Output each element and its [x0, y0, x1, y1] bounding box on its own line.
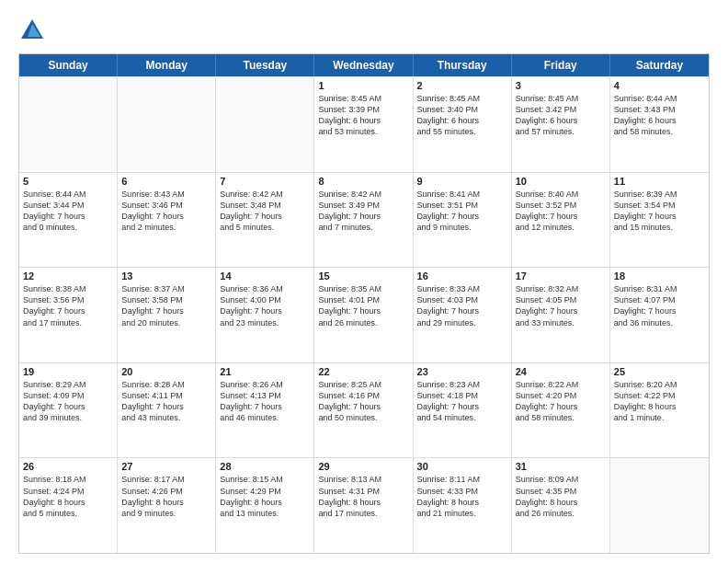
day-info: Sunrise: 8:17 AM Sunset: 4:26 PM Dayligh…	[121, 474, 211, 519]
day-number: 3	[516, 80, 606, 91]
day-number: 16	[417, 270, 507, 282]
day-number: 18	[614, 270, 705, 282]
day-info: Sunrise: 8:23 AM Sunset: 4:18 PM Dayligh…	[417, 379, 507, 424]
day-info: Sunrise: 8:18 AM Sunset: 4:24 PM Dayligh…	[23, 474, 113, 519]
calendar-cell: 11Sunrise: 8:39 AM Sunset: 3:54 PM Dayli…	[610, 173, 709, 268]
day-number: 11	[614, 176, 705, 187]
calendar-body: 1Sunrise: 8:45 AM Sunset: 3:39 PM Daylig…	[19, 76, 709, 553]
calendar-cell	[610, 458, 709, 553]
day-info: Sunrise: 8:32 AM Sunset: 4:05 PM Dayligh…	[516, 283, 606, 328]
calendar-cell: 21Sunrise: 8:26 AM Sunset: 4:13 PM Dayli…	[216, 363, 314, 458]
day-number: 5	[23, 176, 113, 187]
calendar-cell	[19, 77, 118, 172]
calendar-header-cell: Tuesday	[216, 54, 314, 76]
calendar-cell: 19Sunrise: 8:29 AM Sunset: 4:09 PM Dayli…	[19, 363, 118, 458]
day-info: Sunrise: 8:31 AM Sunset: 4:07 PM Dayligh…	[614, 283, 705, 328]
day-info: Sunrise: 8:35 AM Sunset: 4:01 PM Dayligh…	[318, 283, 408, 328]
calendar-cell: 24Sunrise: 8:22 AM Sunset: 4:20 PM Dayli…	[512, 363, 610, 458]
calendar-header-cell: Wednesday	[314, 54, 413, 76]
day-number: 24	[516, 366, 606, 377]
calendar: SundayMondayTuesdayWednesdayThursdayFrid…	[18, 53, 710, 554]
calendar-cell: 13Sunrise: 8:37 AM Sunset: 3:58 PM Dayli…	[118, 268, 216, 362]
day-info: Sunrise: 8:41 AM Sunset: 3:51 PM Dayligh…	[417, 189, 507, 234]
day-info: Sunrise: 8:37 AM Sunset: 3:58 PM Dayligh…	[121, 283, 211, 328]
day-info: Sunrise: 8:45 AM Sunset: 3:42 PM Dayligh…	[516, 93, 606, 138]
day-number: 17	[516, 270, 606, 282]
calendar-cell	[118, 77, 216, 172]
calendar-cell: 31Sunrise: 8:09 AM Sunset: 4:35 PM Dayli…	[512, 458, 610, 553]
day-number: 28	[220, 461, 310, 472]
day-info: Sunrise: 8:15 AM Sunset: 4:29 PM Dayligh…	[220, 474, 310, 519]
day-info: Sunrise: 8:42 AM Sunset: 3:48 PM Dayligh…	[220, 189, 310, 234]
day-info: Sunrise: 8:20 AM Sunset: 4:22 PM Dayligh…	[614, 379, 705, 424]
calendar-cell: 15Sunrise: 8:35 AM Sunset: 4:01 PM Dayli…	[314, 268, 413, 362]
calendar-week-row: 1Sunrise: 8:45 AM Sunset: 3:39 PM Daylig…	[19, 76, 709, 172]
calendar-header-cell: Thursday	[414, 54, 512, 76]
calendar-cell: 23Sunrise: 8:23 AM Sunset: 4:18 PM Dayli…	[414, 363, 512, 458]
day-info: Sunrise: 8:43 AM Sunset: 3:46 PM Dayligh…	[121, 189, 211, 234]
calendar-cell: 4Sunrise: 8:44 AM Sunset: 3:43 PM Daylig…	[610, 77, 709, 172]
calendar-cell: 3Sunrise: 8:45 AM Sunset: 3:42 PM Daylig…	[512, 77, 610, 172]
calendar-cell: 6Sunrise: 8:43 AM Sunset: 3:46 PM Daylig…	[118, 173, 216, 268]
calendar-cell: 2Sunrise: 8:45 AM Sunset: 3:40 PM Daylig…	[414, 77, 512, 172]
calendar-header-cell: Sunday	[19, 54, 118, 76]
day-number: 26	[23, 461, 113, 472]
calendar-cell: 27Sunrise: 8:17 AM Sunset: 4:26 PM Dayli…	[118, 458, 216, 553]
day-info: Sunrise: 8:36 AM Sunset: 4:00 PM Dayligh…	[220, 283, 310, 328]
day-number: 4	[614, 80, 705, 91]
day-info: Sunrise: 8:45 AM Sunset: 3:39 PM Dayligh…	[318, 93, 408, 138]
day-info: Sunrise: 8:40 AM Sunset: 3:52 PM Dayligh…	[516, 189, 606, 234]
logo-icon	[18, 17, 46, 44]
calendar-cell	[216, 77, 314, 172]
day-info: Sunrise: 8:45 AM Sunset: 3:40 PM Dayligh…	[417, 93, 507, 138]
day-info: Sunrise: 8:09 AM Sunset: 4:35 PM Dayligh…	[516, 474, 606, 519]
day-number: 8	[318, 176, 408, 187]
calendar-week-row: 5Sunrise: 8:44 AM Sunset: 3:44 PM Daylig…	[19, 172, 709, 268]
day-number: 1	[318, 80, 408, 91]
day-number: 30	[417, 461, 507, 472]
day-info: Sunrise: 8:44 AM Sunset: 3:44 PM Dayligh…	[23, 189, 113, 234]
day-info: Sunrise: 8:13 AM Sunset: 4:31 PM Dayligh…	[318, 474, 408, 519]
calendar-cell: 9Sunrise: 8:41 AM Sunset: 3:51 PM Daylig…	[414, 173, 512, 268]
calendar-cell: 1Sunrise: 8:45 AM Sunset: 3:39 PM Daylig…	[314, 77, 413, 172]
header	[18, 17, 710, 44]
day-number: 15	[318, 270, 408, 282]
day-number: 21	[220, 366, 310, 377]
day-info: Sunrise: 8:28 AM Sunset: 4:11 PM Dayligh…	[121, 379, 211, 424]
calendar-header-cell: Saturday	[610, 54, 709, 76]
calendar-week-row: 12Sunrise: 8:38 AM Sunset: 3:56 PM Dayli…	[19, 267, 709, 362]
day-number: 25	[614, 366, 705, 377]
calendar-header-cell: Monday	[118, 54, 216, 76]
day-info: Sunrise: 8:39 AM Sunset: 3:54 PM Dayligh…	[614, 189, 705, 234]
day-info: Sunrise: 8:44 AM Sunset: 3:43 PM Dayligh…	[614, 93, 705, 138]
day-info: Sunrise: 8:25 AM Sunset: 4:16 PM Dayligh…	[318, 379, 408, 424]
day-number: 2	[417, 80, 507, 91]
calendar-week-row: 26Sunrise: 8:18 AM Sunset: 4:24 PM Dayli…	[19, 457, 709, 553]
calendar-week-row: 19Sunrise: 8:29 AM Sunset: 4:09 PM Dayli…	[19, 362, 709, 458]
calendar-cell: 17Sunrise: 8:32 AM Sunset: 4:05 PM Dayli…	[512, 268, 610, 362]
calendar-cell: 16Sunrise: 8:33 AM Sunset: 4:03 PM Dayli…	[414, 268, 512, 362]
calendar-cell: 29Sunrise: 8:13 AM Sunset: 4:31 PM Dayli…	[314, 458, 413, 553]
day-number: 7	[220, 176, 310, 187]
calendar-header-cell: Friday	[512, 54, 610, 76]
calendar-cell: 20Sunrise: 8:28 AM Sunset: 4:11 PM Dayli…	[118, 363, 216, 458]
day-number: 29	[318, 461, 408, 472]
day-info: Sunrise: 8:33 AM Sunset: 4:03 PM Dayligh…	[417, 283, 507, 328]
calendar-cell: 10Sunrise: 8:40 AM Sunset: 3:52 PM Dayli…	[512, 173, 610, 268]
day-info: Sunrise: 8:42 AM Sunset: 3:49 PM Dayligh…	[318, 189, 408, 234]
day-number: 31	[516, 461, 606, 472]
day-number: 22	[318, 366, 408, 377]
day-info: Sunrise: 8:29 AM Sunset: 4:09 PM Dayligh…	[23, 379, 113, 424]
calendar-header-row: SundayMondayTuesdayWednesdayThursdayFrid…	[19, 54, 709, 76]
day-number: 19	[23, 366, 113, 377]
page: SundayMondayTuesdayWednesdayThursdayFrid…	[0, 0, 728, 563]
calendar-cell: 14Sunrise: 8:36 AM Sunset: 4:00 PM Dayli…	[216, 268, 314, 362]
calendar-cell: 5Sunrise: 8:44 AM Sunset: 3:44 PM Daylig…	[19, 173, 118, 268]
calendar-cell: 18Sunrise: 8:31 AM Sunset: 4:07 PM Dayli…	[610, 268, 709, 362]
day-number: 23	[417, 366, 507, 377]
calendar-cell: 26Sunrise: 8:18 AM Sunset: 4:24 PM Dayli…	[19, 458, 118, 553]
calendar-cell: 28Sunrise: 8:15 AM Sunset: 4:29 PM Dayli…	[216, 458, 314, 553]
day-info: Sunrise: 8:11 AM Sunset: 4:33 PM Dayligh…	[417, 474, 507, 519]
day-number: 14	[220, 270, 310, 282]
logo	[18, 17, 50, 44]
